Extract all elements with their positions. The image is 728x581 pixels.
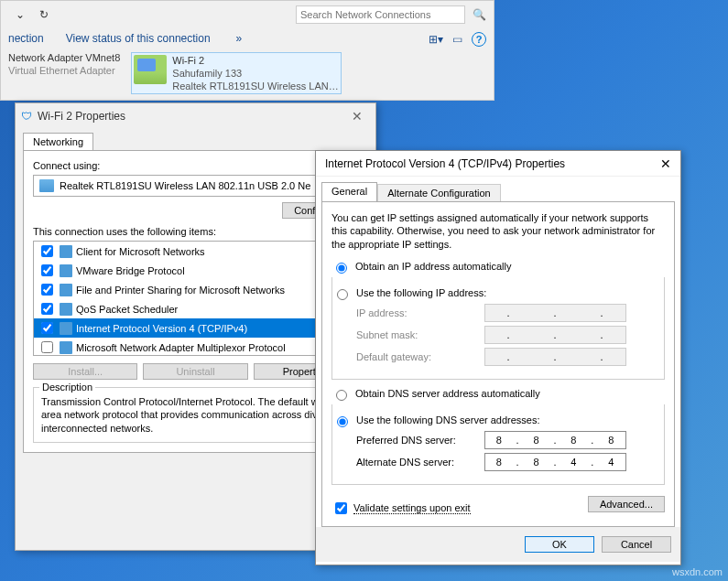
command-bar: nection View status of this connection »… (1, 28, 494, 50)
adapter-name: Realtek RTL8191SU Wireless LAN 802.11n U… (60, 180, 310, 191)
network-connections-window: ⌄ ↻ 🔍 nection View status of this connec… (0, 0, 494, 101)
radio-dns-manual-label: Use the following DNS server addresses: (356, 414, 540, 425)
close-icon[interactable]: ✕ (660, 156, 671, 171)
adapter-vmnet8-label: Network Adapter VMnet8 (8, 52, 120, 63)
pref-dns-label: Preferred DNS server: (356, 435, 484, 446)
watermark: wsxdn.com (672, 566, 723, 577)
ip-address-label: IP address: (356, 307, 484, 318)
connect-using-label: Connect using: (33, 160, 358, 171)
install-button[interactable]: Install... (33, 363, 137, 380)
list-item[interactable]: VMware Bridge Protocol (34, 261, 357, 280)
radio-dns-auto-label: Obtain DNS server address automatically (355, 388, 540, 399)
protocol-checkbox[interactable] (41, 284, 53, 296)
cancel-button[interactable]: Cancel (602, 536, 671, 553)
protocol-label: File and Printer Sharing for Microsoft N… (76, 285, 285, 296)
dropdown-icon[interactable]: ⌄ (16, 8, 25, 21)
protocol-icon (60, 341, 72, 354)
nic-icon (39, 179, 54, 192)
pref-dns-input[interactable]: 8. 8. 8. 8 (484, 431, 626, 449)
titlebar: Internet Protocol Version 4 (TCP/IPv4) P… (316, 151, 680, 177)
ipv4-properties-dialog: Internet Protocol Version 4 (TCP/IPv4) P… (315, 150, 681, 565)
protocol-icon (60, 264, 72, 277)
search-icon[interactable]: 🔍 (473, 8, 486, 21)
protocol-label: QoS Packet Scheduler (76, 304, 178, 315)
radio-ip-manual[interactable] (337, 289, 348, 300)
adapter-vmnet8-sub: Virtual Ethernet Adapter (8, 65, 120, 76)
items-label: This connection uses the following items… (33, 226, 358, 237)
link-connection[interactable]: nection (8, 32, 44, 47)
list-item[interactable]: File and Printer Sharing for Microsoft N… (34, 280, 357, 299)
radio-ip-auto-label: Obtain an IP address automatically (355, 261, 511, 272)
radio-ip-auto[interactable] (336, 263, 347, 274)
description-text: Transmission Control Protocol/Internet P… (41, 395, 350, 435)
protocol-label: Internet Protocol Version 4 (TCP/IPv4) (76, 323, 247, 334)
adapter-field: Realtek RTL8191SU Wireless LAN 802.11n U… (33, 175, 358, 197)
list-item[interactable]: Internet Protocol Version 4 (TCP/IPv4) (34, 318, 357, 338)
close-icon[interactable]: ✕ (344, 107, 370, 125)
protocol-checkbox[interactable] (41, 322, 53, 334)
protocol-icon (60, 245, 72, 258)
ok-button[interactable]: OK (525, 536, 594, 553)
protocol-icon (60, 284, 72, 296)
protocol-icon (60, 322, 72, 335)
chevron-right-icon[interactable]: » (236, 32, 243, 47)
details-icon[interactable]: ▭ (452, 33, 462, 46)
tab-alternate[interactable]: Alternate Configuration (377, 184, 501, 201)
protocol-checkbox[interactable] (41, 245, 53, 257)
protocol-label: VMware Bridge Protocol (76, 265, 185, 276)
radio-ip-manual-label: Use the following IP address: (356, 287, 486, 298)
validate-label: Validate settings upon exit (353, 502, 471, 514)
protocol-icon (60, 303, 72, 316)
description-legend: Description (39, 382, 95, 393)
subnet-mask-input: ... (484, 326, 626, 344)
advanced-button[interactable]: Advanced... (588, 496, 665, 512)
protocol-checkbox[interactable] (41, 303, 53, 315)
protocol-checkbox[interactable] (41, 341, 53, 353)
protocol-label: Client for Microsoft Networks (76, 246, 205, 257)
refresh-icon[interactable]: ↻ (39, 8, 49, 21)
dialog-title: Wi-Fi 2 Properties (38, 110, 125, 123)
dialog-title: Internet Protocol Version 4 (TCP/IPv4) P… (325, 157, 565, 170)
protocol-label: Microsoft Network Adapter Multiplexor Pr… (76, 342, 286, 353)
gateway-label: Default gateway: (356, 351, 484, 362)
tab-networking[interactable]: Networking (23, 133, 93, 150)
alt-dns-label: Alternate DNS server: (356, 457, 484, 468)
gateway-input: ... (484, 348, 626, 366)
radio-dns-manual[interactable] (337, 416, 348, 427)
info-text: You can get IP settings assigned automat… (331, 211, 665, 251)
wifi-name: Wi-Fi 2 (172, 55, 338, 66)
wifi-ssid: Sahufamily 133 (172, 68, 338, 79)
radio-dns-auto[interactable] (336, 390, 347, 401)
wifi-adapter-icon (134, 55, 167, 84)
uninstall-button[interactable]: Uninstall (143, 363, 247, 380)
list-item[interactable]: Client for Microsoft Networks (34, 242, 357, 261)
protocol-checkbox[interactable] (41, 264, 53, 276)
search-input[interactable] (296, 5, 465, 24)
shield-icon: 🛡 (21, 110, 32, 123)
ip-address-input: ... (484, 304, 626, 322)
subnet-mask-label: Subnet mask: (356, 329, 484, 340)
protocol-list[interactable]: Client for Microsoft NetworksVMware Brid… (33, 241, 358, 356)
link-view-status[interactable]: View status of this connection (66, 32, 211, 47)
wifi-adapter-name: Realtek RTL8191SU Wireless LAN… (172, 81, 338, 91)
toolbar: ⌄ ↻ 🔍 (1, 1, 494, 28)
list-item[interactable]: Microsoft Network Adapter Multiplexor Pr… (34, 338, 357, 356)
tab-general[interactable]: General (321, 182, 377, 201)
list-item[interactable]: QoS Packet Scheduler (34, 299, 357, 318)
titlebar: 🛡 Wi-Fi 2 Properties ✕ (16, 103, 375, 129)
validate-checkbox[interactable] (335, 502, 347, 514)
view-icon[interactable]: ⊞▾ (429, 33, 443, 46)
adapter-wifi2[interactable]: Wi-Fi 2 Sahufamily 133 Realtek RTL8191SU… (131, 52, 341, 94)
help-icon[interactable]: ? (472, 32, 486, 47)
description-group: Description Transmission Control Protoco… (33, 387, 358, 443)
alt-dns-input[interactable]: 8. 8. 4. 4 (484, 453, 626, 471)
